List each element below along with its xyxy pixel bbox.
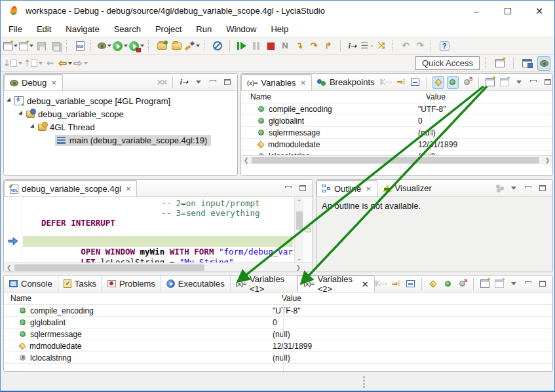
disconnect-icon[interactable]: N bbox=[278, 39, 292, 53]
previous-annotation-icon[interactable]: ⇡ bbox=[24, 56, 43, 71]
show-instruction-pointer-icon[interactable]: ☰➝ bbox=[360, 39, 373, 53]
show-module-variables-icon[interactable] bbox=[432, 76, 444, 89]
menu-edit[interactable]: Edit bbox=[37, 24, 51, 34]
variable-row[interactable]: lclocalstring (null) bbox=[4, 352, 552, 364]
expand-arrow-icon[interactable] bbox=[18, 111, 24, 116]
open-new-view-icon[interactable] bbox=[484, 76, 496, 89]
tab-outline-close-icon[interactable]: ✕ bbox=[366, 185, 371, 192]
run-to-line-icon[interactable]: i➝ bbox=[346, 39, 359, 53]
column-header-name[interactable]: Name bbox=[241, 92, 421, 101]
pin-view-icon[interactable] bbox=[493, 277, 505, 291]
overview-ruler[interactable] bbox=[303, 197, 313, 262]
tab-debug-close-icon[interactable]: ✕ bbox=[51, 79, 56, 86]
menu-help[interactable]: Help bbox=[271, 24, 288, 34]
horizontal-scrollbar[interactable]: ❮ ❯ bbox=[241, 155, 552, 164]
tab-console[interactable]: Console bbox=[4, 276, 58, 292]
tab-variables-1[interactable]: (x)=Variables <1> bbox=[231, 276, 298, 292]
maximize-view-icon[interactable] bbox=[537, 182, 548, 195]
show-static-variables-icon[interactable] bbox=[461, 76, 473, 89]
occurrence-marker[interactable] bbox=[305, 228, 311, 232]
column-header-value[interactable]: Value bbox=[421, 92, 446, 101]
binary-file-icon[interactable]: 010 bbox=[73, 39, 86, 53]
help-icon[interactable]: ? bbox=[438, 39, 451, 53]
step-into-icon[interactable]: ↴ bbox=[293, 39, 306, 53]
minimize-button[interactable]: – bbox=[467, 4, 486, 18]
lycia-perspective-icon[interactable] bbox=[520, 56, 533, 71]
show-type-names-icon[interactable]: 𝕂⋯ bbox=[380, 76, 392, 89]
maximize-view-icon[interactable] bbox=[221, 76, 233, 89]
variable-row[interactable]: sqlerrmessage (null) bbox=[241, 127, 552, 139]
step-return-icon[interactable]: ↱ bbox=[322, 39, 335, 53]
tree-item-thread[interactable]: 4GL Thread bbox=[8, 120, 237, 134]
code-area[interactable]: -- 2=on input/prompt -- 3=send everythin… bbox=[4, 197, 313, 272]
variable-row[interactable]: sqlerrmessage (null) bbox=[4, 329, 552, 340]
tab-variables-2[interactable]: (x)=Variables <2>✕ bbox=[297, 276, 374, 292]
suspend-icon[interactable] bbox=[250, 39, 263, 53]
view-menu-icon[interactable] bbox=[193, 76, 204, 89]
sort-icon[interactable] bbox=[493, 182, 505, 195]
show-global-variables-icon[interactable] bbox=[447, 76, 459, 89]
variable-row[interactable]: compile_encoding "UTF-8" bbox=[241, 103, 552, 115]
skip-all-breakpoints-icon[interactable] bbox=[211, 39, 224, 53]
show-static-variables-icon[interactable] bbox=[456, 277, 468, 291]
remove-all-terminated-icon[interactable]: ✕✕ bbox=[155, 76, 167, 89]
tab-debug[interactable]: Debug ✕ bbox=[4, 74, 63, 90]
show-global-variables-icon[interactable] bbox=[442, 277, 453, 291]
collapse-all-icon[interactable] bbox=[404, 277, 416, 291]
debug-icon[interactable] bbox=[98, 39, 111, 53]
view-menu-icon[interactable] bbox=[513, 76, 525, 89]
open-perspective-icon[interactable] bbox=[493, 56, 507, 71]
open-project-icon[interactable] bbox=[155, 39, 168, 53]
menu-run[interactable]: Run bbox=[196, 24, 212, 34]
minimize-view-icon[interactable] bbox=[522, 277, 534, 291]
tab-variables-close-icon[interactable]: ✕ bbox=[301, 79, 306, 86]
menu-navigate[interactable]: Navigate bbox=[66, 24, 99, 34]
next-annotation-icon[interactable]: ⇣ bbox=[3, 56, 22, 71]
maximize-view-icon[interactable] bbox=[542, 76, 553, 89]
tab-executables[interactable]: Executables bbox=[161, 276, 231, 292]
variable-row[interactable]: glglobalint 0 bbox=[241, 115, 552, 127]
pin-view-icon[interactable] bbox=[499, 76, 510, 89]
status-bar-grip[interactable] bbox=[363, 376, 365, 388]
resume-icon[interactable] bbox=[235, 39, 248, 53]
close-button[interactable]: ✕ bbox=[529, 4, 549, 18]
maximize-view-icon[interactable] bbox=[297, 182, 309, 195]
show-type-names-icon[interactable]: 𝕂⋯ bbox=[375, 277, 387, 291]
tab-outline[interactable]: Outline ✕ bbox=[316, 180, 377, 196]
vertical-scrollbar[interactable]: ⌃ ⌄ bbox=[294, 197, 303, 262]
tab-variables[interactable]: (x)= Variables ✕ bbox=[241, 74, 312, 90]
tab-editor[interactable]: 4GL debug_variable_scope.4gl ✕ bbox=[4, 180, 137, 196]
show-instruction-pointer-view-icon[interactable]: i➝ bbox=[178, 76, 190, 89]
view-menu-icon[interactable] bbox=[508, 277, 520, 291]
debug-perspective-icon[interactable] bbox=[537, 56, 550, 71]
last-edit-location-icon[interactable]: ⇜ bbox=[44, 56, 57, 71]
menu-search[interactable]: Search bbox=[114, 24, 141, 34]
show-logical-structure-icon[interactable]: ⇒⫶ bbox=[395, 76, 407, 89]
redo-icon[interactable]: ↷ bbox=[413, 39, 427, 53]
variable-row[interactable]: mdmoduledate 12/31/1899 bbox=[241, 139, 552, 151]
menu-project[interactable]: Project bbox=[155, 24, 182, 34]
column-header-value[interactable]: Value bbox=[277, 294, 301, 303]
maximize-view-icon[interactable] bbox=[537, 277, 548, 291]
undo-icon[interactable]: ↶ bbox=[399, 39, 412, 53]
new-4gl-wizard-icon[interactable] bbox=[3, 39, 18, 53]
show-module-variables-icon[interactable] bbox=[427, 277, 439, 291]
tab-breakpoints[interactable]: Breakpoints bbox=[312, 74, 380, 90]
tab-editor-close-icon[interactable]: ✕ bbox=[126, 185, 131, 192]
tab-visualizer[interactable]: Visualizer bbox=[377, 180, 437, 196]
expand-arrow-icon[interactable] bbox=[30, 124, 36, 130]
forward-icon[interactable]: ⇨ bbox=[73, 56, 87, 71]
deploy-brush-icon[interactable] bbox=[184, 39, 200, 53]
tree-item-process[interactable]: debug_variable_scope bbox=[8, 107, 237, 120]
open-folder-icon[interactable] bbox=[170, 39, 183, 53]
minimize-view-icon[interactable] bbox=[527, 76, 539, 89]
back-icon[interactable]: ⇦ bbox=[58, 56, 72, 71]
minimize-view-icon[interactable] bbox=[522, 182, 534, 195]
new-wizard-menu-icon[interactable] bbox=[19, 39, 33, 53]
view-menu-icon[interactable] bbox=[508, 182, 520, 195]
save-all-icon[interactable] bbox=[49, 39, 62, 53]
tree-item-stack-frame[interactable]: main (debug_variable_scope.4gl:19) bbox=[8, 134, 237, 147]
profile-icon[interactable] bbox=[129, 39, 144, 53]
use-step-filters-icon[interactable]: ⤨ bbox=[375, 39, 388, 53]
maximize-button[interactable]: ☐ bbox=[498, 4, 518, 18]
